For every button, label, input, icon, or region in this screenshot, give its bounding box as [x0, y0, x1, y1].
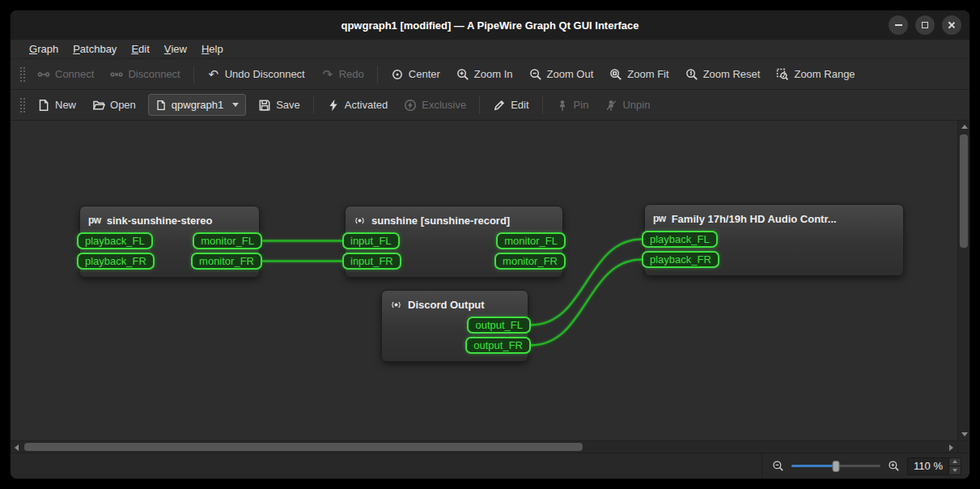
disconnect-icon	[110, 68, 123, 81]
new-button[interactable]: New	[30, 94, 83, 117]
connect-icon	[37, 68, 50, 81]
node-title: sunshine [sunshine-record]	[371, 215, 510, 227]
exclusive-icon	[404, 99, 417, 112]
zoom-fit-icon	[609, 68, 622, 81]
zoom-range-button[interactable]: Zoom Range	[769, 63, 862, 86]
arrow-down-icon	[961, 432, 968, 436]
port-playback_FL[interactable]: playback_FL	[642, 231, 718, 248]
port-output_FR[interactable]: output_FR	[465, 337, 531, 354]
maximize-button[interactable]	[915, 15, 935, 35]
scroll-down-button[interactable]	[958, 428, 970, 440]
open-button[interactable]: Open	[85, 94, 143, 117]
port-monitor_FR[interactable]: monitor_FR	[494, 253, 566, 270]
minimize-button[interactable]	[889, 15, 908, 35]
edit-button[interactable]: Edit	[486, 94, 536, 117]
node-header: pw sink-sunshine-stereo	[80, 210, 259, 230]
window-title: qpwgraph1 [modified] — A PipeWire Graph …	[341, 19, 638, 32]
horizontal-scrollbar[interactable]	[11, 440, 957, 453]
arrow-right-icon	[949, 444, 953, 451]
port-playback_FL[interactable]: playback_FL	[77, 232, 153, 249]
zoom-value[interactable]: 110 %	[908, 458, 948, 474]
port-playback_FR[interactable]: playback_FR	[77, 253, 155, 270]
zoom-in-icon	[456, 68, 469, 81]
session-file-icon	[155, 100, 167, 111]
edges-layer	[11, 121, 957, 440]
titlebar[interactable]: qpwgraph1 [modified] — A PipeWire Graph …	[11, 11, 969, 40]
node-body: output_FLoutput_FR	[382, 317, 528, 354]
port-input_FR[interactable]: input_FR	[342, 253, 401, 270]
horizontal-scrollbar-thumb[interactable]	[24, 443, 583, 451]
zoom-fit-button[interactable]: Zoom Fit	[602, 63, 676, 86]
zoom-out-small-icon[interactable]	[772, 460, 784, 472]
graph-node[interactable]: sunshine [sunshine-record] input_FLinput…	[345, 206, 563, 278]
pipewire-icon: pw	[88, 215, 101, 226]
connect-button[interactable]: Connect	[30, 63, 101, 86]
port-monitor_FR[interactable]: monitor_FR	[191, 253, 262, 270]
port-input_FL[interactable]: input_FL	[342, 232, 400, 249]
output-ports: monitor_FLmonitor_FR	[494, 232, 562, 270]
exclusive-button[interactable]: Exclusive	[397, 94, 473, 117]
redo-icon: ↷	[321, 68, 334, 81]
activated-button[interactable]: Activated	[320, 94, 395, 117]
menu-patchbay[interactable]: Patchbay	[66, 40, 124, 58]
toolbar-drag-handle[interactable]	[19, 66, 25, 83]
zoom-range-label: Zoom Range	[794, 68, 855, 80]
graph-node[interactable]: pw sink-sunshine-stereo playback_FLplayb…	[79, 206, 260, 278]
node-body: playback_FLplayback_FR	[645, 231, 903, 268]
port-output_FL[interactable]: output_FL	[467, 317, 531, 334]
graph-node[interactable]: pw Family 17h/19h HD Audio Contr... play…	[644, 204, 904, 276]
graph-node[interactable]: Discord Output output_FLoutput_FR	[381, 290, 528, 362]
vertical-scrollbar-thumb[interactable]	[960, 134, 968, 248]
toolbar-separator	[377, 66, 378, 83]
menu-help[interactable]: Help	[194, 40, 231, 58]
disconnect-label: Disconnect	[128, 68, 180, 80]
zoom-slider-handle[interactable]	[833, 461, 840, 472]
zoom-increment-button[interactable]	[949, 458, 961, 466]
node-header: Discord Output	[382, 295, 528, 314]
port-playback_FR[interactable]: playback_FR	[642, 251, 719, 268]
zoom-fit-label: Zoom Fit	[627, 68, 668, 80]
disconnect-button[interactable]: Disconnect	[103, 63, 187, 86]
close-button[interactable]	[942, 15, 961, 35]
port-monitor_FL[interactable]: monitor_FL	[193, 232, 262, 249]
unpin-icon	[605, 99, 617, 112]
zoom-reset-button[interactable]: Zoom Reset	[678, 63, 768, 86]
save-button[interactable]: Save	[251, 94, 308, 117]
undo-disconnect-button[interactable]: ↶ Undo Disconnect	[200, 63, 312, 86]
scroll-left-button[interactable]	[11, 441, 23, 453]
menu-graph[interactable]: Graph	[22, 40, 66, 58]
open-folder-icon	[92, 99, 105, 112]
pin-label: Pin	[574, 99, 589, 111]
scroll-up-button[interactable]	[958, 121, 970, 133]
scrollbar-corner	[957, 440, 969, 453]
vertical-scrollbar[interactable]	[957, 121, 969, 440]
session-combobox[interactable]: qpwgraph1	[148, 94, 246, 116]
scroll-right-button[interactable]	[945, 441, 957, 453]
toolbar-separator	[193, 66, 194, 83]
center-button[interactable]: Center	[384, 63, 448, 86]
zoom-spinbox[interactable]: 110 %	[907, 457, 961, 475]
zoom-in-button[interactable]: Zoom In	[449, 63, 520, 86]
audio-app-icon	[390, 299, 402, 311]
zoom-slider[interactable]	[791, 460, 880, 473]
toolbar-separator	[313, 96, 314, 114]
zoom-out-button[interactable]: Zoom Out	[522, 63, 601, 86]
menu-edit[interactable]: Edit	[124, 40, 156, 58]
unpin-button[interactable]: Unpin	[597, 94, 657, 117]
zoom-decrement-button[interactable]	[949, 466, 961, 474]
open-label: Open	[110, 99, 136, 111]
redo-button[interactable]: ↷ Redo	[314, 63, 371, 86]
toolbar-drag-handle[interactable]	[19, 96, 25, 114]
arrow-left-icon	[15, 444, 19, 451]
zoom-in-small-icon[interactable]	[888, 460, 900, 472]
toolbar-separator	[479, 96, 480, 114]
node-body: playback_FLplayback_FR monitor_FLmonitor…	[80, 232, 259, 270]
app-window: qpwgraph1 [modified] — A PipeWire Graph …	[10, 10, 970, 479]
redo-label: Redo	[339, 68, 364, 80]
zoom-reset-label: Zoom Reset	[703, 68, 761, 80]
pin-button[interactable]: Pin	[549, 94, 596, 117]
port-monitor_FL[interactable]: monitor_FL	[496, 232, 566, 249]
menu-view[interactable]: View	[157, 40, 194, 58]
graph-canvas[interactable]: pw sink-sunshine-stereo playback_FLplayb…	[11, 121, 957, 440]
pencil-icon	[493, 99, 506, 112]
